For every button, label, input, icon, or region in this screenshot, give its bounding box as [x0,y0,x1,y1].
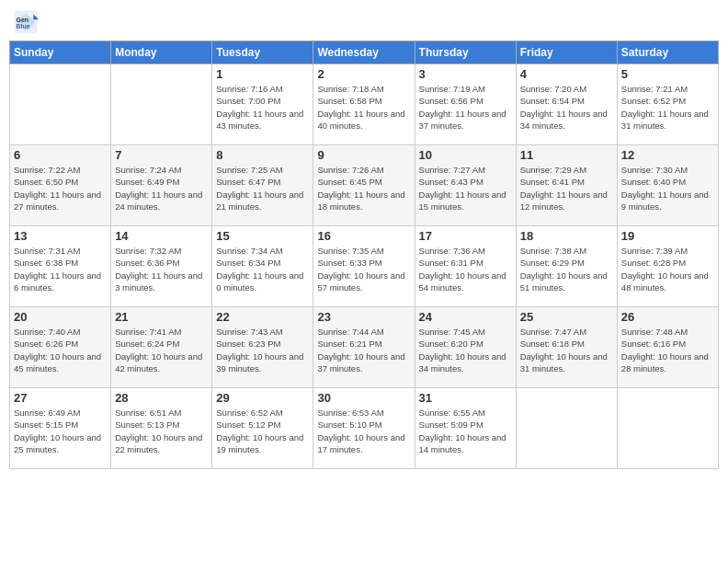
day-info: Sunrise: 6:53 AMSunset: 5:10 PMDaylight:… [317,408,404,454]
day-info: Sunrise: 7:40 AMSunset: 6:26 PMDaylight:… [14,327,101,373]
svg-text:Gen: Gen [17,17,29,23]
day-number: 16 [317,229,410,243]
day-number: 11 [520,148,613,162]
day-info: Sunrise: 7:18 AMSunset: 6:58 PMDaylight:… [317,84,404,131]
day-number: 10 [419,148,512,162]
day-info: Sunrise: 7:24 AMSunset: 6:49 PMDaylight:… [115,165,202,212]
calendar-cell: 25 Sunrise: 7:47 AMSunset: 6:18 PMDaylig… [516,307,617,388]
day-info: Sunrise: 6:55 AMSunset: 5:09 PMDaylight:… [419,408,506,454]
day-info: Sunrise: 7:25 AMSunset: 6:47 PMDaylight:… [216,165,303,212]
day-number: 7 [115,148,208,162]
calendar-cell: 13 Sunrise: 7:31 AMSunset: 6:38 PMDaylig… [10,226,111,307]
day-number: 4 [520,67,613,81]
calendar-cell: 22 Sunrise: 7:43 AMSunset: 6:23 PMDaylig… [212,307,313,388]
calendar-cell: 20 Sunrise: 7:40 AMSunset: 6:26 PMDaylig… [10,307,111,388]
day-number: 24 [419,310,512,324]
calendar-cell: 19 Sunrise: 7:39 AMSunset: 6:28 PMDaylig… [617,226,718,307]
week-row-4: 20 Sunrise: 7:40 AMSunset: 6:26 PMDaylig… [10,307,719,388]
day-info: Sunrise: 7:32 AMSunset: 6:36 PMDaylight:… [115,246,202,293]
calendar-cell [617,388,718,469]
weekday-header-monday: Monday [111,41,212,64]
day-info: Sunrise: 7:44 AMSunset: 6:21 PMDaylight:… [317,327,404,373]
calendar-cell: 7 Sunrise: 7:24 AMSunset: 6:49 PMDayligh… [111,145,212,226]
calendar-cell: 4 Sunrise: 7:20 AMSunset: 6:54 PMDayligh… [516,64,617,145]
day-info: Sunrise: 7:31 AMSunset: 6:38 PMDaylight:… [14,246,101,293]
day-info: Sunrise: 7:29 AMSunset: 6:41 PMDaylight:… [520,165,608,212]
day-number: 26 [621,310,714,324]
week-row-5: 27 Sunrise: 6:49 AMSunset: 5:15 PMDaylig… [10,388,719,469]
calendar-cell: 31 Sunrise: 6:55 AMSunset: 5:09 PMDaylig… [415,388,516,469]
day-info: Sunrise: 7:35 AMSunset: 6:33 PMDaylight:… [317,246,404,293]
logo: Gen Blue [13,9,40,35]
day-info: Sunrise: 7:19 AMSunset: 6:56 PMDaylight:… [419,84,506,131]
calendar-cell: 12 Sunrise: 7:30 AMSunset: 6:40 PMDaylig… [617,145,718,226]
calendar-cell: 3 Sunrise: 7:19 AMSunset: 6:56 PMDayligh… [415,64,516,145]
day-info: Sunrise: 7:16 AMSunset: 7:00 PMDaylight:… [216,84,303,131]
weekday-header-friday: Friday [516,41,617,64]
day-number: 8 [216,148,309,162]
day-number: 18 [520,229,613,243]
day-number: 5 [621,67,714,81]
day-info: Sunrise: 6:49 AMSunset: 5:15 PMDaylight:… [14,408,101,454]
day-number: 15 [216,229,309,243]
calendar-cell: 14 Sunrise: 7:32 AMSunset: 6:36 PMDaylig… [111,226,212,307]
weekday-header-tuesday: Tuesday [212,41,313,64]
day-info: Sunrise: 7:36 AMSunset: 6:31 PMDaylight:… [419,246,506,293]
calendar-cell: 8 Sunrise: 7:25 AMSunset: 6:47 PMDayligh… [212,145,313,226]
day-info: Sunrise: 7:30 AMSunset: 6:40 PMDaylight:… [621,165,709,212]
day-info: Sunrise: 7:43 AMSunset: 6:23 PMDaylight:… [216,327,303,373]
calendar-cell: 18 Sunrise: 7:38 AMSunset: 6:29 PMDaylig… [516,226,617,307]
day-number: 14 [115,229,208,243]
calendar-cell: 9 Sunrise: 7:26 AMSunset: 6:45 PMDayligh… [313,145,415,226]
day-number: 30 [317,391,410,405]
day-number: 31 [419,391,512,405]
calendar-cell: 5 Sunrise: 7:21 AMSunset: 6:52 PMDayligh… [617,64,718,145]
day-info: Sunrise: 7:26 AMSunset: 6:45 PMDaylight:… [317,165,404,212]
day-info: Sunrise: 7:48 AMSunset: 6:16 PMDaylight:… [621,327,709,373]
day-number: 21 [115,310,208,324]
calendar-cell: 27 Sunrise: 6:49 AMSunset: 5:15 PMDaylig… [10,388,111,469]
calendar: SundayMondayTuesdayWednesdayThursdayFrid… [9,40,719,469]
page-header: Gen Blue [9,9,719,35]
day-number: 12 [621,148,714,162]
calendar-cell: 30 Sunrise: 6:53 AMSunset: 5:10 PMDaylig… [313,388,415,469]
weekday-header-thursday: Thursday [415,41,516,64]
week-row-1: 1 Sunrise: 7:16 AMSunset: 7:00 PMDayligh… [10,64,719,145]
day-number: 29 [216,391,309,405]
day-info: Sunrise: 7:22 AMSunset: 6:50 PMDaylight:… [14,165,101,212]
day-number: 20 [14,310,107,324]
day-number: 13 [14,229,107,243]
weekday-header-wednesday: Wednesday [313,41,415,64]
day-number: 17 [419,229,512,243]
week-row-2: 6 Sunrise: 7:22 AMSunset: 6:50 PMDayligh… [10,145,719,226]
calendar-cell: 24 Sunrise: 7:45 AMSunset: 6:20 PMDaylig… [415,307,516,388]
day-number: 6 [14,148,107,162]
weekday-header-row: SundayMondayTuesdayWednesdayThursdayFrid… [10,41,719,64]
day-info: Sunrise: 7:34 AMSunset: 6:34 PMDaylight:… [216,246,303,293]
day-info: Sunrise: 7:38 AMSunset: 6:29 PMDaylight:… [520,246,608,293]
day-number: 2 [317,67,410,81]
day-number: 23 [317,310,410,324]
calendar-cell: 1 Sunrise: 7:16 AMSunset: 7:00 PMDayligh… [212,64,313,145]
day-number: 22 [216,310,309,324]
day-info: Sunrise: 6:52 AMSunset: 5:12 PMDaylight:… [216,408,303,454]
svg-text:Blue: Blue [17,23,30,29]
calendar-cell: 6 Sunrise: 7:22 AMSunset: 6:50 PMDayligh… [10,145,111,226]
day-info: Sunrise: 6:51 AMSunset: 5:13 PMDaylight:… [115,408,202,454]
weekday-header-sunday: Sunday [10,41,111,64]
day-number: 19 [621,229,714,243]
calendar-cell: 15 Sunrise: 7:34 AMSunset: 6:34 PMDaylig… [212,226,313,307]
logo-icon: Gen Blue [13,9,39,35]
calendar-cell: 2 Sunrise: 7:18 AMSunset: 6:58 PMDayligh… [313,64,415,145]
weekday-header-saturday: Saturday [617,41,718,64]
calendar-cell: 21 Sunrise: 7:41 AMSunset: 6:24 PMDaylig… [111,307,212,388]
day-number: 9 [317,148,410,162]
week-row-3: 13 Sunrise: 7:31 AMSunset: 6:38 PMDaylig… [10,226,719,307]
day-info: Sunrise: 7:41 AMSunset: 6:24 PMDaylight:… [115,327,202,373]
day-info: Sunrise: 7:20 AMSunset: 6:54 PMDaylight:… [520,84,608,131]
calendar-cell [111,64,212,145]
calendar-cell: 23 Sunrise: 7:44 AMSunset: 6:21 PMDaylig… [313,307,415,388]
calendar-cell: 16 Sunrise: 7:35 AMSunset: 6:33 PMDaylig… [313,226,415,307]
calendar-cell: 10 Sunrise: 7:27 AMSunset: 6:43 PMDaylig… [415,145,516,226]
calendar-cell: 26 Sunrise: 7:48 AMSunset: 6:16 PMDaylig… [617,307,718,388]
